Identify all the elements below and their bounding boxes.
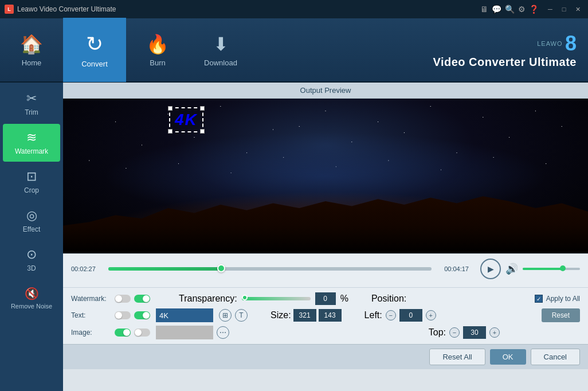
titlebar: L Leawo Video Converter Ultimate 🖥 💬 🔍 ⚙… [0, 0, 588, 18]
text-format-btn[interactable]: T [235, 309, 248, 322]
transparency-label: Transparency: [179, 294, 237, 304]
text-toggle-on[interactable] [134, 311, 150, 319]
text-value-input[interactable] [156, 308, 213, 322]
text-toggle-off[interactable] [115, 311, 131, 319]
download-icon: ⬇ [213, 33, 229, 55]
sidebar-trim-label: Trim [25, 108, 38, 116]
total-time: 00:04:17 [437, 265, 469, 272]
transparency-section: Transparency: % [179, 292, 348, 305]
resize-handle-tl[interactable] [168, 106, 173, 111]
reset-button[interactable]: Reset [542, 308, 580, 322]
resize-handles [168, 106, 205, 134]
timeline-thumb[interactable] [217, 264, 225, 272]
size-label: Size: [271, 310, 291, 320]
text-label: Text: [71, 311, 111, 319]
watermark-toggle-on[interactable] [134, 295, 150, 303]
screenshot-icon[interactable]: 🖥 [480, 5, 488, 14]
cancel-button[interactable]: Cancel [531, 349, 580, 365]
top-position-section: Top: − + [429, 326, 580, 339]
size-height-input[interactable] [319, 309, 342, 322]
sidebar: ✂ Trim ≋ Watermark ⊡ Crop ◎ Effect ⊙ 3D … [0, 83, 63, 391]
left-increase-btn[interactable]: + [426, 310, 436, 320]
current-time: 00:02:27 [71, 265, 103, 272]
close-button[interactable]: ✕ [572, 4, 583, 14]
top-value-input[interactable] [463, 326, 486, 339]
text-grid-btn[interactable]: ⊞ [219, 309, 232, 322]
resize-handle-tr[interactable] [200, 106, 205, 111]
chat-icon[interactable]: 💬 [492, 5, 501, 14]
timeline-row: 00:02:27 00:04:17 ▶ 🔊 [71, 259, 580, 279]
volume-fill [523, 268, 563, 270]
maximize-button[interactable]: □ [558, 4, 570, 14]
text-section: Text: ⊞ T [71, 308, 248, 322]
volume-icon[interactable]: 🔊 [505, 263, 518, 275]
home-icon: 🏠 [20, 33, 43, 55]
content-area: Output Preview 4K [63, 83, 588, 391]
transparency-track[interactable] [242, 297, 311, 300]
top-label: Top: [429, 327, 446, 338]
nav-home-label: Home [22, 58, 42, 67]
watermark-box[interactable]: 4K [169, 107, 203, 132]
watermark-toggle-off[interactable] [115, 295, 131, 303]
image-section: Image: ⋯ [71, 326, 229, 339]
image-toggle-on[interactable] [115, 329, 131, 337]
transparency-thumb[interactable] [242, 295, 248, 300]
trim-icon: ✂ [26, 91, 37, 106]
sidebar-item-crop[interactable]: ⊡ Crop [3, 163, 60, 201]
watermark-thumb [115, 295, 122, 302]
size-section: Size: [271, 309, 342, 322]
video-preview: 4K [63, 99, 588, 253]
play-button[interactable]: ▶ [480, 259, 501, 279]
timeline-track[interactable] [108, 267, 432, 271]
sidebar-item-remove-noise[interactable]: 🔇 Remove Noise [3, 280, 60, 318]
sidebar-item-effect[interactable]: ◎ Effect [3, 202, 60, 240]
nav-download[interactable]: ⬇ Download [189, 18, 252, 82]
watermark-on-thumb [143, 295, 150, 302]
image-toggle-off[interactable] [134, 329, 150, 337]
volume-thumb[interactable] [560, 265, 566, 271]
left-value-input[interactable] [399, 309, 422, 322]
nav-download-label: Download [204, 58, 237, 67]
ok-button[interactable]: OK [490, 349, 526, 365]
left-decrease-btn[interactable]: − [386, 310, 396, 320]
sidebar-3d-label: 3D [27, 264, 36, 272]
window-controls: ─ □ ✕ [544, 4, 583, 14]
watermark-toggle-section: Watermark: [71, 295, 150, 303]
watermark-row-1: Watermark: Transparency: % [71, 292, 580, 305]
nav-convert[interactable]: ↻ Convert [63, 18, 126, 82]
top-decrease-btn[interactable]: − [449, 327, 460, 338]
watermark-label: Watermark: [71, 295, 111, 303]
image-path-input[interactable] [156, 326, 213, 339]
nav-home[interactable]: 🏠 Home [0, 18, 63, 82]
settings-icon[interactable]: ⚙ [518, 5, 526, 14]
top-increase-btn[interactable]: + [489, 327, 500, 338]
help-icon[interactable]: ❓ [529, 5, 539, 14]
volume-track[interactable] [523, 268, 580, 270]
starfield-bg [63, 99, 588, 253]
search-icon[interactable]: 🔍 [505, 5, 515, 14]
watermark-row-3: Image: ⋯ Top: − + [71, 326, 580, 339]
transparency-value-input[interactable] [315, 292, 336, 305]
text-thumb-on [143, 312, 150, 319]
left-position-section: Left: − + [364, 309, 436, 322]
nav-convert-label: Convert [81, 60, 108, 68]
brand-version: 8 [565, 32, 577, 55]
position-label: Position: [371, 294, 406, 304]
apply-all-label: Apply to All [546, 295, 580, 303]
watermark-controls: Watermark: Transparency: % [63, 287, 588, 344]
minimize-button[interactable]: ─ [544, 4, 556, 14]
image-browse-btn[interactable]: ⋯ [217, 326, 229, 339]
sidebar-item-3d[interactable]: ⊙ 3D [3, 241, 60, 279]
size-width-input[interactable] [293, 309, 316, 322]
remove-noise-icon: 🔇 [25, 287, 39, 300]
timeline-progress [108, 267, 221, 271]
apply-all-checkbox[interactable]: ✓ [535, 295, 543, 303]
resize-handle-bl[interactable] [168, 129, 173, 134]
nav-burn[interactable]: 🔥 Burn [126, 18, 189, 82]
sidebar-item-trim[interactable]: ✂ Trim [3, 85, 60, 123]
reset-all-button[interactable]: Reset All [429, 349, 485, 365]
titlebar-utility-icons: 🖥 💬 🔍 ⚙ ❓ [480, 5, 539, 14]
convert-icon: ↻ [86, 32, 103, 56]
sidebar-item-watermark[interactable]: ≋ Watermark [3, 124, 60, 162]
resize-handle-br[interactable] [200, 129, 205, 134]
